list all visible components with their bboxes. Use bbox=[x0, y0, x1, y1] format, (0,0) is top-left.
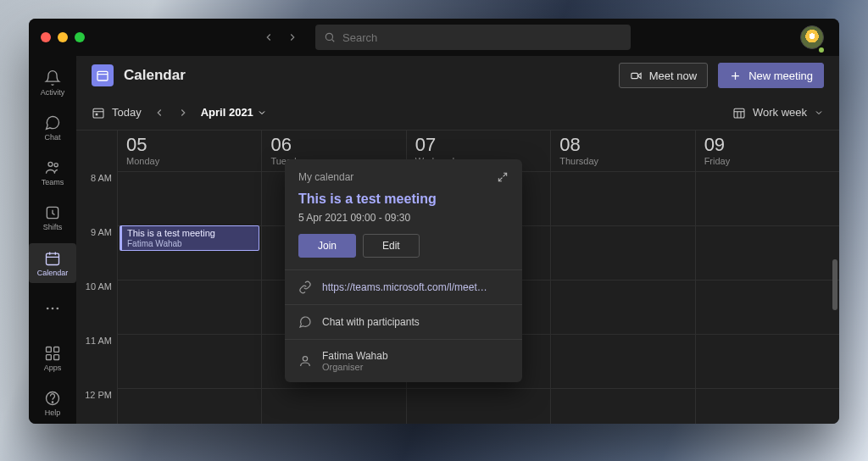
today-label: Today bbox=[112, 106, 142, 119]
search-input[interactable] bbox=[342, 31, 622, 44]
clock-icon bbox=[44, 204, 61, 221]
prev-period-button[interactable] bbox=[153, 107, 165, 119]
rail-help[interactable]: Help bbox=[29, 384, 76, 424]
popover-title: This is a test meeting bbox=[285, 186, 522, 207]
svg-rect-5 bbox=[47, 253, 59, 264]
svg-point-2 bbox=[48, 162, 53, 166]
forward-icon[interactable] bbox=[287, 31, 298, 43]
link-icon bbox=[298, 280, 312, 294]
chat-icon bbox=[44, 114, 61, 131]
day-column-monday[interactable]: 05 Monday This is a test meeting Fatima … bbox=[117, 131, 261, 424]
next-period-button[interactable] bbox=[177, 107, 189, 119]
rail-label: Apps bbox=[44, 364, 62, 372]
history-nav bbox=[263, 31, 298, 43]
plus-icon bbox=[729, 69, 742, 82]
svg-point-10 bbox=[52, 308, 54, 310]
search-icon bbox=[324, 31, 336, 43]
rail-label: Activity bbox=[41, 88, 65, 97]
month-label-text: April 2021 bbox=[201, 106, 253, 119]
organizer-name: Fatima Wahab bbox=[322, 350, 388, 362]
page-title: Calendar bbox=[124, 67, 186, 84]
svg-marker-21 bbox=[637, 73, 641, 78]
button-label: Meet now bbox=[649, 69, 697, 82]
app-rail: Activity Chat Teams Shifts Calendar bbox=[29, 56, 76, 424]
back-icon[interactable] bbox=[263, 31, 275, 43]
view-selector[interactable]: Work week bbox=[732, 106, 824, 119]
svg-rect-15 bbox=[54, 355, 59, 360]
hour-label: 9 AM bbox=[76, 225, 112, 280]
day-number: 07 bbox=[415, 134, 542, 156]
rail-label: Help bbox=[45, 408, 61, 417]
svg-point-33 bbox=[303, 357, 307, 361]
popover-calendar-name: My calendar bbox=[298, 171, 353, 183]
organizer-block: Fatima Wahab Organiser bbox=[322, 350, 388, 372]
svg-rect-24 bbox=[93, 108, 103, 118]
edit-button[interactable]: Edit bbox=[363, 234, 420, 258]
event-title: This is a test meeting bbox=[127, 228, 253, 238]
calendar-toolbar: Today April 2021 Work week bbox=[76, 95, 839, 131]
day-name: Friday bbox=[704, 156, 831, 166]
calendar-header-icon bbox=[92, 64, 114, 86]
rail-chat[interactable]: Chat bbox=[29, 108, 76, 147]
app-window: Activity Chat Teams Shifts Calendar bbox=[29, 19, 839, 424]
maximize-window-button[interactable] bbox=[75, 32, 85, 42]
rail-teams[interactable]: Teams bbox=[29, 153, 76, 193]
meet-now-button[interactable]: Meet now bbox=[619, 63, 708, 88]
chat-label: Chat with participants bbox=[322, 316, 420, 328]
button-label: Edit bbox=[382, 240, 400, 252]
svg-rect-13 bbox=[54, 347, 59, 353]
rail-label: Calendar bbox=[37, 269, 69, 277]
svg-line-1 bbox=[332, 40, 335, 42]
hour-label: 11 AM bbox=[76, 334, 112, 388]
svg-rect-20 bbox=[632, 73, 638, 78]
view-label: Work week bbox=[753, 106, 807, 119]
day-header: 05 Monday bbox=[118, 131, 261, 171]
day-column-friday[interactable]: 09 Friday bbox=[695, 131, 839, 424]
button-label: New meeting bbox=[748, 69, 813, 82]
chat-icon bbox=[298, 315, 312, 329]
time-gutter: 8 AM 9 AM 10 AM 11 AM 12 PM bbox=[76, 131, 117, 424]
svg-line-32 bbox=[498, 178, 502, 181]
svg-line-31 bbox=[504, 173, 507, 176]
rail-more[interactable] bbox=[29, 288, 76, 328]
join-button[interactable]: Join bbox=[298, 234, 356, 258]
month-picker[interactable]: April 2021 bbox=[201, 106, 267, 119]
rail-label: Chat bbox=[44, 133, 60, 142]
day-number: 06 bbox=[270, 134, 397, 156]
popover-time: 5 Apr 2021 09:00 - 09:30 bbox=[285, 207, 522, 234]
svg-point-11 bbox=[57, 308, 59, 310]
event-organizer: Fatima Wahab bbox=[127, 239, 182, 248]
today-icon bbox=[92, 106, 105, 119]
ellipsis-icon bbox=[44, 300, 61, 317]
rail-activity[interactable]: Activity bbox=[29, 63, 76, 103]
meeting-link-row[interactable]: https://teams.microsoft.com/l/meetup-joi… bbox=[285, 269, 522, 304]
organizer-row[interactable]: Fatima Wahab Organiser bbox=[285, 339, 522, 382]
rail-calendar[interactable]: Calendar bbox=[29, 243, 76, 283]
person-icon bbox=[298, 354, 312, 368]
day-number: 05 bbox=[126, 134, 253, 156]
day-header: 08 Thursday bbox=[551, 131, 694, 171]
rail-apps[interactable]: Apps bbox=[29, 339, 76, 379]
scrollbar-thumb[interactable] bbox=[832, 259, 837, 310]
window-controls bbox=[41, 32, 85, 42]
calendar-event[interactable]: This is a test meeting Fatima Wahab bbox=[120, 225, 259, 251]
meeting-link-text: https://teams.microsoft.com/l/meetup-joi… bbox=[322, 281, 492, 293]
help-icon bbox=[44, 390, 61, 407]
teams-icon bbox=[44, 159, 61, 176]
minimize-window-button[interactable] bbox=[58, 32, 68, 42]
hour-label: 12 PM bbox=[76, 388, 112, 424]
search-box[interactable] bbox=[315, 25, 631, 50]
day-number: 08 bbox=[559, 134, 686, 156]
svg-rect-18 bbox=[97, 71, 108, 81]
video-icon bbox=[630, 69, 643, 82]
hour-label: 10 AM bbox=[76, 280, 112, 334]
chat-participants-row[interactable]: Chat with participants bbox=[285, 304, 522, 339]
day-name: Thursday bbox=[559, 156, 686, 166]
day-column-thursday[interactable]: 08 Thursday bbox=[550, 131, 694, 424]
rail-shifts[interactable]: Shifts bbox=[29, 198, 76, 238]
today-button[interactable]: Today bbox=[92, 106, 142, 119]
apps-icon bbox=[44, 345, 61, 362]
new-meeting-button[interactable]: New meeting bbox=[718, 63, 824, 88]
expand-icon[interactable] bbox=[497, 171, 509, 183]
close-window-button[interactable] bbox=[41, 32, 51, 42]
